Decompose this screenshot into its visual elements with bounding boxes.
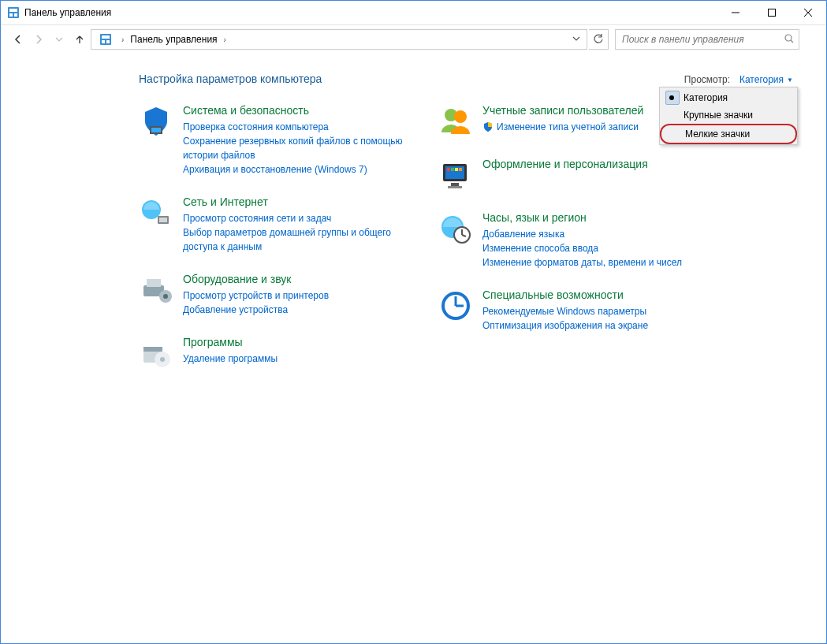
- address-bar[interactable]: › Панель управления ›: [91, 29, 587, 50]
- address-icon: [99, 33, 112, 46]
- category-network-internet: Сеть и Интернет Просмотр состояния сети …: [139, 195, 407, 254]
- category-link[interactable]: Проверка состояния компьютера: [183, 120, 407, 134]
- category-link-text: Изменение типа учетной записи: [497, 120, 639, 134]
- breadcrumb-chevron[interactable]: ›: [118, 35, 127, 44]
- svg-rect-11: [106, 40, 110, 43]
- up-button[interactable]: [70, 30, 89, 49]
- svg-rect-2: [9, 13, 13, 17]
- search-box[interactable]: [615, 29, 799, 50]
- refresh-button[interactable]: [589, 29, 609, 50]
- control-panel-icon: [7, 6, 20, 19]
- back-button[interactable]: [9, 30, 28, 49]
- content: Настройка параметров компьютера Просмотр…: [1, 54, 826, 389]
- window-controls: [717, 1, 826, 24]
- forward-button[interactable]: [29, 30, 48, 49]
- svg-rect-29: [447, 168, 450, 171]
- appearance-monitor-icon: [438, 158, 473, 192]
- svg-rect-3: [14, 13, 17, 17]
- category-link[interactable]: Сохранение резервных копий файлов с помо…: [183, 134, 407, 162]
- category-heading[interactable]: Оборудование и звук: [183, 273, 329, 285]
- svg-rect-1: [9, 9, 17, 12]
- svg-rect-33: [451, 183, 459, 186]
- category-link[interactable]: Изменение форматов даты, времени и чисел: [482, 255, 682, 270]
- maximize-button[interactable]: [754, 1, 790, 24]
- svg-rect-31: [455, 168, 458, 171]
- chevron-down-icon: ▼: [787, 76, 793, 84]
- category-heading[interactable]: Часы, язык и регион: [482, 211, 682, 224]
- category-heading[interactable]: Программы: [183, 336, 278, 348]
- category-appearance: Оформление и персонализация: [438, 158, 706, 192]
- ease-of-access-icon: [438, 288, 473, 323]
- svg-rect-16: [159, 218, 167, 222]
- minimize-button[interactable]: [717, 1, 754, 24]
- category-heading[interactable]: Специальные возможности: [482, 288, 648, 301]
- svg-rect-22: [143, 347, 162, 352]
- svg-rect-9: [102, 35, 110, 39]
- svg-line-13: [791, 40, 793, 43]
- view-label: Просмотр:: [684, 74, 730, 85]
- category-ease-of-access: Специальные возможности Рекомендуемые Wi…: [438, 288, 706, 333]
- svg-rect-10: [102, 40, 105, 43]
- category-link[interactable]: Удаление программы: [183, 352, 278, 366]
- svg-rect-18: [147, 279, 161, 287]
- svg-point-24: [160, 357, 165, 362]
- category-link[interactable]: Добавление языка: [482, 227, 682, 241]
- view-dropdown-button[interactable]: Категория ▼: [735, 73, 798, 87]
- recent-dropdown[interactable]: [50, 30, 69, 49]
- user-accounts-icon: [438, 104, 473, 139]
- clock-globe-icon: [438, 211, 473, 246]
- shield-computer-icon: [139, 104, 173, 139]
- svg-point-26: [454, 110, 467, 123]
- view-option-category[interactable]: Категория: [661, 89, 795, 106]
- category-hardware-sound: Оборудование и звук Просмотр устройств и…: [139, 273, 407, 317]
- uac-shield-icon: [482, 121, 494, 132]
- view-value: Категория: [739, 74, 784, 85]
- titlebar-left: Панель управления: [7, 6, 111, 19]
- category-columns: Система и безопасность Проверка состояни…: [139, 104, 826, 389]
- category-link[interactable]: Изменение способа ввода: [482, 241, 682, 255]
- category-programs: Программы Удаление программы: [139, 336, 407, 370]
- category-link[interactable]: Добавление устройства: [183, 303, 329, 317]
- programs-disc-icon: [139, 336, 173, 370]
- printer-devices-icon: [139, 273, 173, 307]
- category-link[interactable]: Рекомендуемые Windows параметры: [482, 304, 648, 318]
- address-dropdown[interactable]: [569, 34, 583, 45]
- category-heading[interactable]: Система и безопасность: [183, 104, 407, 117]
- svg-rect-34: [448, 186, 462, 188]
- breadcrumb-chevron[interactable]: ›: [221, 35, 229, 44]
- category-link[interactable]: Архивация и восстановление (Windows 7): [183, 162, 407, 177]
- category-link[interactable]: Изменение типа учетной записи: [482, 120, 639, 134]
- category-col-right: Учетные записи пользователей Изменение т…: [438, 104, 706, 389]
- category-heading[interactable]: Оформление и персонализация: [482, 158, 648, 170]
- window-title: Панель управления: [24, 7, 111, 18]
- breadcrumb-root[interactable]: Панель управления: [130, 34, 217, 45]
- svg-point-20: [163, 294, 168, 299]
- view-dropdown-menu: Категория Крупные значки Мелкие значки: [659, 87, 798, 145]
- svg-point-12: [785, 35, 792, 41]
- category-heading[interactable]: Сеть и Интернет: [183, 195, 407, 208]
- control-panel-window: Панель управления › Панель управления ›: [0, 0, 827, 644]
- category-link[interactable]: Выбор параметров домашней группы и общег…: [183, 225, 407, 254]
- close-button[interactable]: [790, 1, 826, 24]
- category-link[interactable]: Оптимизация изображения на экране: [482, 318, 648, 333]
- view-option-small-icons[interactable]: Мелкие значки: [660, 124, 797, 144]
- view-option-large-icons[interactable]: Крупные значки: [661, 106, 795, 124]
- category-clock-region: Часы, язык и регион Добавление языка Изм…: [438, 211, 706, 270]
- navbar: › Панель управления ›: [1, 25, 826, 54]
- svg-rect-5: [769, 9, 776, 17]
- category-system-security: Система и безопасность Проверка состояни…: [139, 104, 407, 177]
- category-heading[interactable]: Учетные записи пользователей: [482, 104, 643, 117]
- globe-network-icon: [139, 195, 173, 230]
- svg-rect-32: [459, 168, 462, 171]
- titlebar: Панель управления: [1, 1, 826, 25]
- svg-rect-30: [451, 168, 454, 171]
- view-control: Просмотр: Категория ▼: [684, 73, 798, 87]
- category-link[interactable]: Просмотр устройств и принтеров: [183, 288, 329, 303]
- search-input[interactable]: [620, 33, 784, 46]
- category-link[interactable]: Просмотр состояния сети и задач: [183, 211, 407, 225]
- category-col-left: Система и безопасность Проверка состояни…: [139, 104, 407, 389]
- search-icon: [784, 34, 794, 46]
